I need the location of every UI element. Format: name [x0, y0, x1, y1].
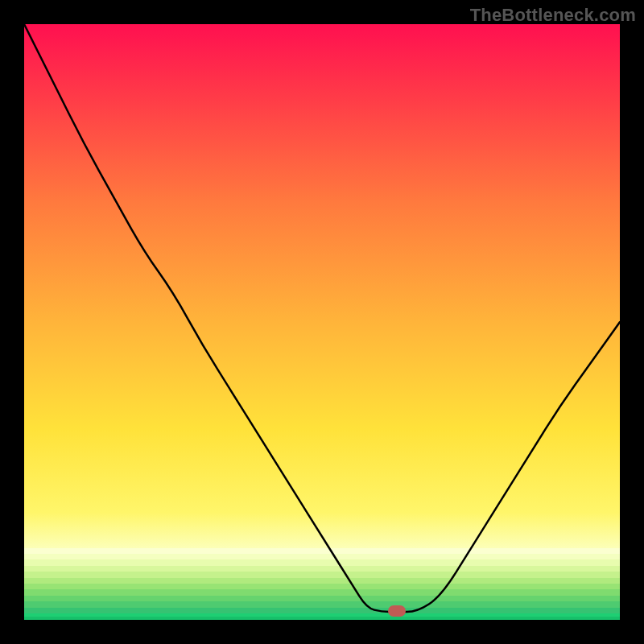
- watermark-text: TheBottleneck.com: [470, 5, 636, 26]
- plot-area: [24, 24, 620, 620]
- bottleneck-curve: [24, 24, 620, 620]
- chart-frame: TheBottleneck.com: [0, 0, 644, 644]
- optimal-point-marker: [388, 605, 406, 617]
